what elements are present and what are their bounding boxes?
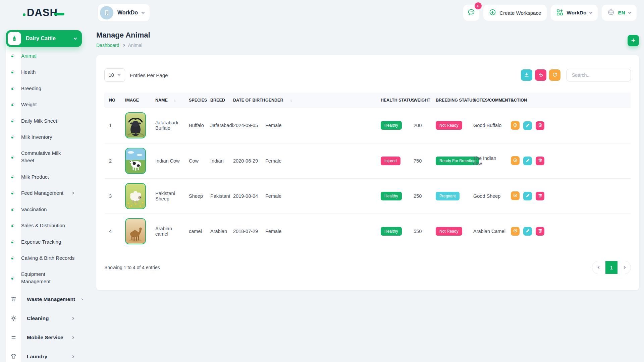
create-workspace-button[interactable]: Create Workspace bbox=[483, 5, 547, 21]
column-header-gender[interactable]: GENDER↑↓ bbox=[261, 93, 376, 108]
sidebar-item-vaccination[interactable]: Vaccination bbox=[0, 201, 91, 218]
bullet-icon bbox=[11, 277, 14, 280]
previous-page-button[interactable] bbox=[592, 261, 605, 274]
sidebar-item-health[interactable]: Health bbox=[0, 64, 91, 80]
brand-logo: DASH bbox=[23, 7, 93, 19]
back-button[interactable] bbox=[535, 69, 546, 81]
bullet-icon bbox=[11, 156, 14, 159]
cell-name: Jafarabadi Buffalo bbox=[151, 108, 184, 143]
sidebar-module-waste-management[interactable]: Waste Management bbox=[0, 290, 91, 309]
main-content: Manage Animal Dashboard Animal + 10 Entr… bbox=[96, 25, 639, 362]
sidebar-item-breeding[interactable]: Breeding bbox=[0, 80, 91, 97]
sidebar-item-expense-tracking[interactable]: Expense Tracking bbox=[0, 234, 91, 250]
cell-notes: Arabian Camel bbox=[469, 214, 506, 249]
sidebar-module-mobile-service[interactable]: Mobile Service bbox=[0, 328, 91, 347]
edit-button[interactable] bbox=[523, 121, 532, 130]
column-header-notes-comments[interactable]: NOTES/COMMENTS↑↓ bbox=[469, 93, 506, 108]
delete-button[interactable] bbox=[536, 121, 544, 130]
trash-icon bbox=[538, 158, 542, 164]
column-header-health-status[interactable]: HEALTH STATUS↑↓ bbox=[376, 93, 409, 108]
cell-image bbox=[120, 214, 151, 249]
refresh-button[interactable] bbox=[549, 69, 560, 81]
buffalo-image bbox=[125, 112, 151, 138]
cell-breeding-status: Pregnant bbox=[431, 178, 469, 214]
delete-button[interactable] bbox=[536, 157, 544, 165]
column-header-image: IMAGE bbox=[120, 93, 151, 108]
cell-breed: Jafarabadi bbox=[206, 108, 228, 143]
delete-button[interactable] bbox=[536, 227, 544, 236]
sidebar-item-label: Mobile Service bbox=[27, 335, 63, 341]
edit-button[interactable] bbox=[523, 157, 532, 165]
view-button[interactable] bbox=[511, 191, 520, 200]
chevron-left-icon bbox=[597, 266, 600, 269]
app-switcher-button[interactable]: WorkDo bbox=[551, 5, 598, 21]
edit-button[interactable] bbox=[523, 227, 532, 236]
delete-button[interactable] bbox=[536, 192, 544, 200]
sidebar-item-animal[interactable]: Animal bbox=[0, 48, 91, 64]
view-button[interactable] bbox=[511, 227, 520, 236]
bullet-icon bbox=[11, 224, 14, 227]
sidebar-item-sales-distribution[interactable]: Sales & Distribution bbox=[0, 218, 91, 234]
sidebar-item-weight[interactable]: Weight bbox=[0, 97, 91, 113]
workspace-switcher[interactable]: WorkDo bbox=[98, 4, 150, 21]
sidebar-item-equipment-management[interactable]: Equipment Management bbox=[0, 266, 91, 290]
column-header-date-of-birth[interactable]: DATE OF BIRTH↑↓ bbox=[228, 93, 261, 108]
add-animal-button[interactable]: + bbox=[628, 35, 639, 46]
column-header-species[interactable]: SPECIES↑↓ bbox=[184, 93, 206, 108]
sidebar-module-cleaning[interactable]: Cleaning bbox=[0, 309, 91, 328]
eye-icon bbox=[513, 158, 518, 164]
sidebar-item-label: Animal bbox=[21, 53, 37, 59]
view-button[interactable] bbox=[511, 156, 520, 165]
cell-image bbox=[120, 143, 151, 178]
messages-button[interactable]: 0 bbox=[463, 5, 479, 21]
sidebar-item-daily-milk-sheet[interactable]: Daily Milk Sheet bbox=[0, 113, 91, 129]
eye-icon bbox=[513, 193, 518, 199]
entries-per-page-select[interactable]: 10 bbox=[104, 68, 125, 82]
cell-action bbox=[506, 214, 631, 249]
table-row: 1 Jafarabadi Buffalo Buffalo Jafarabadi … bbox=[104, 108, 631, 143]
column-header-name[interactable]: NAME↑↓ bbox=[151, 93, 184, 108]
sidebar-item-feed-management[interactable]: Feed Management bbox=[0, 185, 91, 201]
sidebar-module-laundry[interactable]: Laundry bbox=[0, 347, 91, 362]
sidebar-item-label: Calving & Birth Records bbox=[21, 255, 74, 261]
cell-health-status: Healthy bbox=[376, 214, 409, 249]
sidebar-item-milk-inventory[interactable]: Milk Inventory bbox=[0, 129, 91, 145]
trash-icon bbox=[7, 293, 20, 306]
sidebar-item-calving-birth-records[interactable]: Calving & Birth Records bbox=[0, 250, 91, 266]
next-page-button[interactable] bbox=[618, 261, 631, 274]
chevron-down-icon bbox=[74, 36, 77, 40]
create-workspace-label: Create Workspace bbox=[499, 10, 541, 16]
cell-species: Buffalo bbox=[184, 108, 206, 143]
search-input[interactable] bbox=[567, 69, 631, 81]
bullet-icon bbox=[11, 70, 14, 73]
edit-button[interactable] bbox=[523, 192, 532, 200]
sidebar-item-label: Commulative Milk Sheet bbox=[21, 149, 72, 164]
sidebar-item-label: Breeding bbox=[21, 85, 41, 91]
health-status-badge: Healthy bbox=[381, 227, 402, 236]
sidebar-item-label: Laundry bbox=[27, 354, 47, 360]
export-button[interactable] bbox=[521, 69, 532, 81]
breadcrumb-dashboard-link[interactable]: Dashboard bbox=[96, 43, 119, 48]
eye-icon bbox=[513, 123, 518, 128]
column-header-breeding-status[interactable]: BREEDING STATUS↑↓ bbox=[431, 93, 469, 108]
cell-species: camel bbox=[184, 214, 206, 249]
sun-icon bbox=[7, 312, 20, 325]
language-selector[interactable]: EN bbox=[602, 5, 637, 21]
chevron-down-icon bbox=[589, 10, 593, 14]
current-page-button[interactable]: 1 bbox=[605, 261, 618, 274]
bullet-icon bbox=[11, 119, 14, 122]
sidebar-item-milk-product[interactable]: Milk Product bbox=[0, 169, 91, 185]
cell-weight: 250 bbox=[409, 178, 431, 214]
view-button[interactable] bbox=[511, 121, 520, 130]
sidebar-item-label: Milk Product bbox=[21, 174, 49, 180]
health-status-badge: Healthy bbox=[381, 121, 402, 130]
sidebar-menu: Animal Health Breeding Weight Daily Milk… bbox=[0, 48, 91, 362]
chevron-down-icon bbox=[117, 73, 120, 76]
entries-per-page-label: Entries Per Page bbox=[130, 72, 168, 78]
cell-date-of-birth: 2019-08-04 bbox=[228, 178, 261, 214]
workspace-label: WorkDo bbox=[117, 10, 138, 16]
table-row: 3 Pakistani Sheep Sheep Pakistani 2019-0… bbox=[104, 178, 631, 214]
sidebar-module-dairy-cattle[interactable]: Dairy Cattle bbox=[6, 30, 82, 47]
sidebar-item-commulative-milk-sheet[interactable]: Commulative Milk Sheet bbox=[0, 145, 91, 169]
cell-action bbox=[506, 108, 631, 143]
